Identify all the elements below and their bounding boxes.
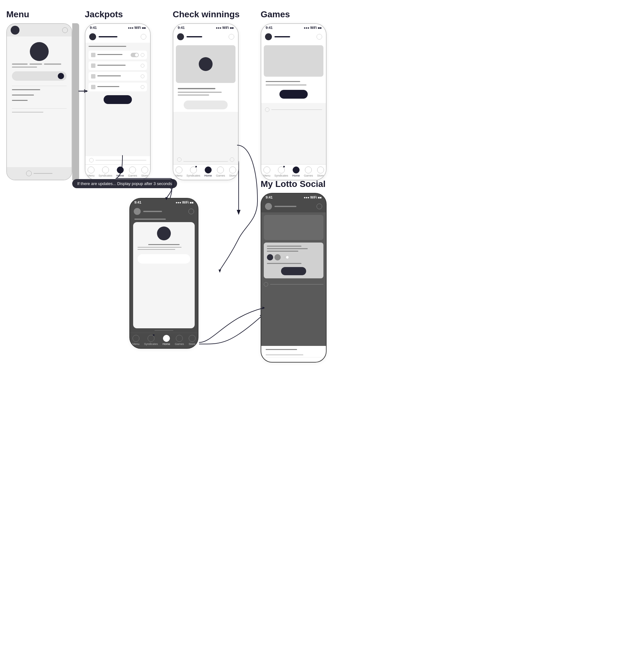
- nav-label-store-c: Store: [229, 174, 236, 177]
- nav-dot-games-p: [176, 335, 183, 342]
- nav-dot-games-g: [305, 167, 312, 173]
- page-wrapper: Menu: [0, 0, 628, 672]
- popup-phone-section: 9:41 ●●● WiFi ■■: [129, 198, 198, 349]
- nav-home-check[interactable]: Home: [204, 167, 212, 177]
- nav-dot-store-g: [317, 167, 324, 173]
- nav-label-store-g: Store: [317, 174, 324, 177]
- status-bar-popup: 9:41 ●●● WiFi ■■: [130, 198, 198, 206]
- nav-dot-store: [141, 167, 148, 173]
- nav-store-check[interactable]: Store: [229, 167, 236, 177]
- status-bar-check: 9:41 ●●● WiFi ■■: [173, 24, 238, 31]
- jackpots-title: Jackpots: [85, 9, 151, 20]
- nav-syndicates-jackpots[interactable]: Syndicates: [99, 167, 112, 177]
- my-lotto-social-phone: 9:41 ●●● WiFi ■■: [260, 193, 327, 363]
- status-bar-jackpots: 9:41 ●●● WiFi ■■: [85, 24, 150, 31]
- popup-nav: Menu Syndicates Home Games Store: [130, 333, 198, 348]
- menu-section: Menu: [6, 9, 79, 180]
- menu-drawer: [72, 23, 79, 180]
- status-bar-social: 9:41 ●●● WiFi ■■: [261, 194, 326, 200]
- nav-label-home-p: Home: [162, 342, 170, 345]
- nav-label-syndicates-g: Syndicates: [274, 174, 288, 177]
- games-section: Games 9:41 ●●● WiFi ■■: [260, 9, 327, 180]
- jackpots-nav: Menu Syndicates Home Games Store: [85, 164, 150, 180]
- my-lotto-social-title: My Lotto Social: [260, 179, 327, 189]
- nav-label-store-p: Store: [189, 342, 196, 345]
- nav-label-home-g: Home: [292, 174, 300, 177]
- popup-phone: 9:41 ●●● WiFi ■■: [129, 198, 198, 349]
- nav-menu-popup[interactable]: Menu: [132, 335, 140, 345]
- check-winnings-title: Check winnings: [173, 9, 240, 20]
- check-winnings-section: Check winnings 9:41 ●●● WiFi ■■: [173, 9, 240, 180]
- nav-dot-menu-c: [176, 167, 182, 173]
- nav-dot-home-p: [163, 335, 170, 342]
- my-lotto-social-section: My Lotto Social 9:41 ●●● WiFi ■■: [260, 179, 327, 363]
- nav-dot-syndicates: [102, 167, 109, 173]
- check-winnings-nav: Menu Syndicates Home Games Store: [173, 164, 238, 180]
- nav-dot-games-c: [217, 167, 224, 173]
- nav-syndicates-popup[interactable]: Syndicates: [144, 335, 158, 345]
- jackpots-phone: 9:41 ●●● WiFi ■■: [85, 23, 151, 180]
- games-phone: 9:41 ●●● WiFi ■■: [260, 23, 327, 180]
- nav-dot-menu: [87, 167, 95, 173]
- nav-dot-syndicates-g: [278, 167, 285, 173]
- nav-syndicates-check[interactable]: Syndicates: [186, 167, 200, 177]
- nav-home-popup[interactable]: Home: [162, 335, 170, 345]
- nav-label-menu-p: Menu: [132, 342, 140, 345]
- nav-label-home: Home: [117, 174, 124, 177]
- nav-games-games[interactable]: Games: [304, 167, 313, 177]
- popup-annotation: If there are updates... Display popup af…: [72, 179, 177, 188]
- nav-dot-store-c: [229, 167, 236, 173]
- nav-label-syndicates-p: Syndicates: [144, 342, 158, 345]
- nav-label-menu: Menu: [87, 174, 95, 177]
- menu-phone: [6, 23, 72, 180]
- nav-label-games-p: Games: [175, 342, 184, 345]
- nav-menu-jackpots[interactable]: Menu: [87, 167, 95, 177]
- nav-label-syndicates: Syndicates: [99, 174, 112, 177]
- nav-label-menu-c: Menu: [175, 174, 182, 177]
- nav-dot-home: [117, 167, 124, 173]
- nav-label-menu-g: Menu: [263, 174, 270, 177]
- svg-marker-3: [219, 269, 221, 273]
- menu-title: Menu: [6, 9, 79, 20]
- nav-games-popup[interactable]: Games: [175, 335, 184, 345]
- nav-dot-home-c: [205, 167, 211, 173]
- nav-label-games-g: Games: [304, 174, 313, 177]
- nav-dot-store-p: [189, 335, 196, 342]
- nav-dot-menu-g: [263, 167, 270, 173]
- nav-label-syndicates-c: Syndicates: [186, 174, 200, 177]
- nav-store-games[interactable]: Store: [317, 167, 324, 177]
- nav-store-jackpots[interactable]: Store: [141, 167, 148, 177]
- nav-menu-check[interactable]: Menu: [175, 167, 182, 177]
- nav-label-games-c: Games: [216, 174, 225, 177]
- games-link-dot[interactable]: [230, 158, 234, 162]
- games-nav: Menu Syndicates Home Games Store: [261, 164, 326, 180]
- nav-home-games[interactable]: Home: [292, 167, 300, 177]
- status-bar-games: 9:41 ●●● WiFi ■■: [261, 24, 326, 31]
- nav-dot-games: [129, 167, 136, 173]
- nav-dot-menu-p: [132, 335, 140, 342]
- nav-syndicates-games[interactable]: Syndicates: [274, 167, 288, 177]
- nav-dot-syndicates-p: [148, 335, 154, 342]
- jackpots-section: Jackpots 9:41 ●●● WiFi ■■: [85, 9, 151, 180]
- check-winnings-phone: 9:41 ●●● WiFi ■■: [173, 23, 238, 180]
- nav-label-games: Games: [128, 174, 137, 177]
- nav-home-jackpots[interactable]: Home: [117, 167, 124, 177]
- nav-games-check[interactable]: Games: [216, 167, 225, 177]
- nav-label-home-c: Home: [204, 174, 212, 177]
- nav-dot-syndicates-c: [190, 167, 197, 173]
- nav-store-popup[interactable]: Store: [189, 335, 196, 345]
- nav-games-jackpots[interactable]: Games: [128, 167, 137, 177]
- games-title: Games: [260, 9, 327, 20]
- nav-label-store: Store: [141, 174, 148, 177]
- nav-menu-games[interactable]: Menu: [263, 167, 270, 177]
- nav-dot-home-g: [293, 167, 300, 173]
